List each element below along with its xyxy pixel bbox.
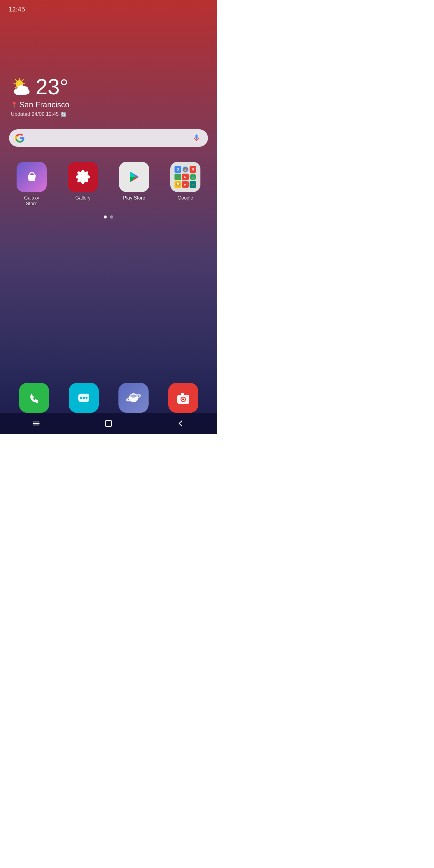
svg-rect-39 — [181, 393, 184, 396]
google-mini-grid: G M 📍 ▶ 💬 — [172, 164, 198, 190]
search-bar-container — [0, 117, 217, 147]
galaxy-store-icon — [17, 162, 47, 192]
location-pin-icon: 📍 — [11, 101, 18, 108]
google-folder-label: Google — [178, 195, 193, 201]
page-dot-1 — [104, 216, 107, 218]
svg-point-13 — [21, 86, 28, 92]
app-google-folder[interactable]: G M 📍 ▶ 💬 — [163, 162, 208, 207]
dock-internet[interactable] — [119, 383, 149, 413]
page-dot-2 — [110, 216, 113, 218]
recent-apps-button[interactable] — [29, 416, 44, 431]
svg-line-5 — [16, 80, 17, 81]
dock — [0, 383, 217, 413]
svg-rect-44 — [105, 421, 112, 427]
weather-icon — [11, 77, 32, 96]
phone-icon — [26, 390, 42, 406]
play-store-logo — [126, 168, 143, 185]
internet-icon — [126, 390, 141, 406]
back-icon — [177, 419, 185, 428]
play-store-label: Play Store — [123, 195, 145, 201]
play-store-icon — [119, 162, 149, 192]
navigation-bar — [0, 413, 217, 434]
app-play-store[interactable]: Play Store — [112, 162, 157, 207]
svg-point-32 — [85, 397, 87, 399]
gallery-label: Gallery — [75, 195, 91, 201]
google-search-bar[interactable] — [9, 129, 208, 147]
dock-camera[interactable] — [168, 383, 198, 413]
recent-apps-icon — [32, 419, 40, 428]
temperature-display: 23° — [36, 76, 68, 98]
google-logo — [15, 133, 25, 143]
status-bar: 12:45 — [0, 0, 217, 16]
location-row: 📍 San Francisco — [11, 100, 206, 110]
messages-icon — [76, 390, 92, 406]
page-indicators — [0, 216, 217, 218]
microphone-icon — [192, 134, 201, 142]
city-name: San Francisco — [19, 100, 69, 110]
camera-icon — [176, 390, 191, 406]
back-button[interactable] — [173, 416, 188, 431]
app-galaxy-store[interactable]: GalaxyStore — [9, 162, 54, 207]
svg-point-40 — [186, 396, 187, 398]
svg-point-38 — [182, 398, 184, 400]
svg-point-31 — [83, 397, 85, 399]
galaxy-store-logo — [24, 169, 40, 185]
home-icon — [104, 419, 113, 428]
mic-icon-container[interactable] — [191, 133, 202, 144]
weather-widget[interactable]: 23° 📍 San Francisco Updated 24/09 12:45 … — [0, 16, 217, 117]
svg-point-30 — [80, 397, 82, 399]
clock: 12:45 — [8, 5, 25, 13]
svg-line-7 — [22, 80, 23, 81]
google-folder-icon: G M 📍 ▶ 💬 — [170, 162, 200, 192]
galaxy-store-label: GalaxyStore — [24, 195, 39, 207]
updated-text: Updated 24/09 12:45 — [11, 111, 59, 117]
app-gallery[interactable]: Gallery — [60, 162, 105, 207]
gallery-logo — [74, 168, 92, 186]
app-grid: GalaxyStore Gallery — [0, 147, 217, 207]
home-button[interactable] — [101, 416, 116, 431]
dock-messages[interactable] — [69, 383, 99, 413]
svg-point-23 — [81, 175, 85, 179]
updated-row: Updated 24/09 12:45 🔄 — [11, 111, 206, 117]
refresh-icon: 🔄 — [61, 112, 67, 117]
svg-line-8 — [16, 87, 17, 88]
weather-row: 23° — [11, 76, 206, 98]
dock-phone[interactable] — [19, 383, 49, 413]
gallery-icon — [68, 162, 98, 192]
